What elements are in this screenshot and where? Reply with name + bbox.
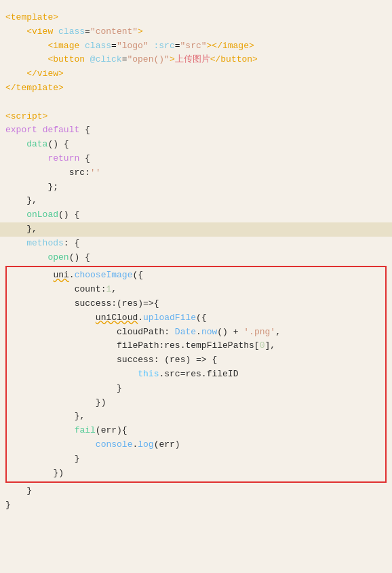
box-line-2: count:1, bbox=[7, 283, 385, 297]
code-line-after-1: } bbox=[0, 484, 392, 498]
code-line-15: onLoad() { bbox=[0, 208, 392, 222]
code-line-8: <script> bbox=[0, 110, 392, 124]
code-line-12: src:'' bbox=[0, 166, 392, 180]
code-line-11: return { bbox=[0, 152, 392, 166]
code-line-blank1 bbox=[0, 96, 392, 110]
box-line-10: }) bbox=[7, 396, 385, 410]
code-line-6: </template> bbox=[0, 81, 392, 96]
box-line-7: success: (res) => { bbox=[7, 353, 385, 368]
box-line-5: cloudPath: Date.now() + '.png', bbox=[7, 325, 385, 340]
box-line-14: } bbox=[7, 452, 385, 467]
box-line-8: this.src=res.fileID bbox=[7, 368, 385, 382]
box-line-9: } bbox=[7, 382, 385, 396]
box-line-13: console.log(err) bbox=[7, 438, 385, 452]
box-line-6: filePath:res.tempFilePaths[0], bbox=[7, 339, 385, 353]
code-line-after-2: } bbox=[0, 498, 392, 513]
code-line-14: }, bbox=[0, 194, 392, 208]
code-line-17: methods: { bbox=[0, 237, 392, 251]
code-line-10: data() { bbox=[0, 138, 392, 152]
code-line-16: }, bbox=[0, 222, 392, 237]
highlighted-code-block: uni.chooseImage({ count:1, success:(res)… bbox=[5, 266, 387, 483]
code-editor: <template> <view class="content"> <image… bbox=[0, 7, 392, 517]
code-line-3: <image class="logo" :src="src"></image> bbox=[0, 39, 392, 54]
box-line-3: success:(res)=>{ bbox=[7, 297, 385, 311]
code-line-2: <view class="content"> bbox=[0, 25, 392, 39]
box-line-12: fail(err){ bbox=[7, 424, 385, 438]
code-line-1: <template> bbox=[0, 11, 392, 25]
code-line-4: <button @click="open()">上传图片</button> bbox=[0, 53, 392, 67]
code-line-5: </view> bbox=[0, 67, 392, 81]
box-line-1: uni.chooseImage({ bbox=[7, 269, 385, 283]
box-line-11: }, bbox=[7, 410, 385, 424]
code-line-13: }; bbox=[0, 180, 392, 195]
code-line-18: open() { bbox=[0, 251, 392, 265]
box-line-4: uniCloud.uploadFile({ bbox=[7, 311, 385, 325]
box-line-15: }) bbox=[7, 467, 385, 481]
code-line-9: export default { bbox=[0, 123, 392, 138]
